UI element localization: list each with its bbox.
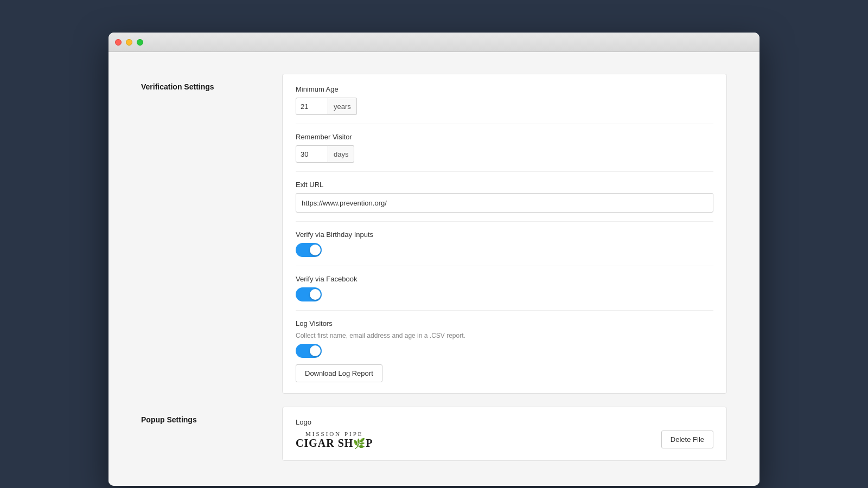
download-log-report-button[interactable]: Download Log Report xyxy=(296,364,382,382)
exit-url-label: Exit URL xyxy=(296,181,713,189)
verification-settings-label: Verification Settings xyxy=(141,74,260,394)
log-visitors-description: Collect first name, email address and ag… xyxy=(296,332,713,339)
log-visitors-thumb xyxy=(310,345,321,356)
verification-settings-section: Verification Settings Minimum Age years … xyxy=(141,74,727,394)
popup-settings-label: Popup Settings xyxy=(141,407,260,461)
remember-visitor-unit: days xyxy=(328,145,354,163)
window-content: Verification Settings Minimum Age years … xyxy=(108,52,760,486)
log-visitors-label: Log Visitors xyxy=(296,319,713,328)
verify-facebook-thumb xyxy=(310,289,321,300)
remember-visitor-input-group: days xyxy=(296,145,713,163)
window-titlebar xyxy=(108,33,760,52)
verify-facebook-group: Verify via Facebook xyxy=(296,266,713,311)
logo-main-text: CIGAR SH🌿P xyxy=(296,437,373,450)
logo-area: MISSION PIPE CIGAR SH🌿P Delete File xyxy=(296,431,713,450)
delete-file-button[interactable]: Delete File xyxy=(661,431,713,448)
maximize-button[interactable] xyxy=(137,39,143,46)
log-visitors-toggle[interactable] xyxy=(296,344,322,358)
verify-birthday-toggle[interactable] xyxy=(296,243,322,257)
minimum-age-label: Minimum Age xyxy=(296,85,713,93)
logo-label: Logo xyxy=(296,418,713,426)
exit-url-input[interactable] xyxy=(296,193,713,213)
minimum-age-group: Minimum Age years xyxy=(296,85,713,124)
verify-birthday-label: Verify via Birthday Inputs xyxy=(296,230,713,239)
verification-settings-card: Minimum Age years Remember Visitor days xyxy=(282,74,727,394)
remember-visitor-input[interactable] xyxy=(296,145,328,163)
logo-display: MISSION PIPE CIGAR SH🌿P xyxy=(296,431,373,450)
popup-settings-section: Popup Settings Logo MISSION PIPE CIGAR S… xyxy=(141,407,727,461)
remember-visitor-group: Remember Visitor days xyxy=(296,124,713,172)
verify-facebook-toggle[interactable] xyxy=(296,287,322,301)
log-visitors-group: Log Visitors Collect first name, email a… xyxy=(296,311,713,382)
main-window: Verification Settings Minimum Age years … xyxy=(108,33,760,486)
minimum-age-unit: years xyxy=(328,98,357,115)
close-button[interactable] xyxy=(115,39,122,46)
remember-visitor-label: Remember Visitor xyxy=(296,133,713,141)
exit-url-group: Exit URL xyxy=(296,172,713,222)
minimum-age-input[interactable] xyxy=(296,98,328,115)
verify-birthday-group: Verify via Birthday Inputs xyxy=(296,222,713,266)
logo-icon: 🌿 xyxy=(353,438,366,449)
popup-settings-card: Logo MISSION PIPE CIGAR SH🌿P Delete File xyxy=(282,407,727,461)
verify-facebook-label: Verify via Facebook xyxy=(296,275,713,283)
minimum-age-input-group: years xyxy=(296,98,713,115)
minimize-button[interactable] xyxy=(126,39,132,46)
logo-top-text: MISSION PIPE xyxy=(305,431,363,437)
verify-birthday-thumb xyxy=(310,245,321,255)
